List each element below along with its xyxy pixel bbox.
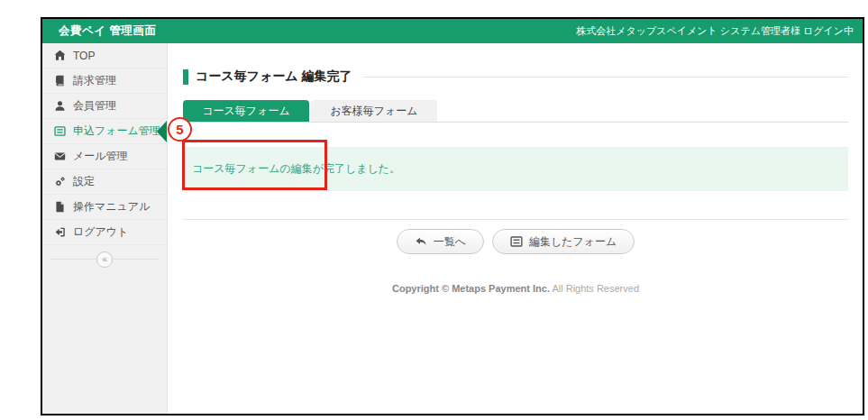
app-window: 会費ペイ 管理画面 株式会社メタップスペイメント システム管理者様 ログイン中 … [41,17,864,415]
login-status: 株式会社メタップスペイメント システム管理者様 ログイン中 [576,24,854,38]
form-icon [53,125,66,138]
tab-course-form[interactable]: コース毎フォーム [183,100,309,122]
sidebar: TOP 請求管理 会員管理 申込フォーム管理 [42,43,168,414]
title-rule [363,77,848,78]
user-icon [53,100,66,113]
app-title: 会費ペイ 管理画面 [59,23,157,39]
book-icon [53,75,66,87]
sidebar-item-application-forms[interactable]: 申込フォーム管理 [42,119,167,144]
sidebar-item-label: 請求管理 [73,73,116,88]
logout-icon [53,226,66,239]
sidebar-item-label: 設定 [73,174,95,189]
top-header: 会費ペイ 管理画面 株式会社メタップスペイメント システム管理者様 ログイン中 [42,19,863,43]
sidebar-item-label: 会員管理 [73,98,116,114]
success-alert-message: コース毎フォームの編集が完了しました。 [192,161,400,177]
footer-copyright-strong: Copyright © Metaps Payment Inc. [392,283,550,294]
tab-customer-form[interactable]: お客様毎フォーム [311,100,437,122]
reply-arrow-icon [415,235,427,248]
footer-copyright-rest: All Rights Reserved [550,283,639,294]
main-content: コース毎フォーム 編集完了 コース毎フォーム お客様毎フォーム コース毎フォーム… [168,43,863,414]
action-buttons: 一覧へ 編集したフォーム [183,229,848,254]
content-divider [183,219,848,220]
sidebar-item-top[interactable]: TOP [42,43,167,68]
envelope-icon [53,151,66,163]
title-accent-bar [183,69,188,85]
edited-form-label: 編集したフォーム [529,234,617,250]
sidebar-item-label: 操作マニュアル [73,199,150,215]
edited-form-button[interactable]: 編集したフォーム [492,229,635,254]
annotation-step-5-badge: 5 [168,117,192,142]
back-to-list-button[interactable]: 一覧へ [397,229,484,254]
sidebar-collapse-button[interactable]: « [96,251,113,268]
sidebar-item-label: メール管理 [73,149,128,164]
sidebar-item-mail[interactable]: メール管理 [42,144,167,169]
back-to-list-label: 一覧へ [434,234,466,250]
tab-bar: コース毎フォーム お客様毎フォーム [183,100,848,123]
footer-copyright: Copyright © Metaps Payment Inc. All Righ… [183,283,848,294]
sidebar-collapse-row: « [42,245,167,274]
sidebar-item-label: 申込フォーム管理 [73,123,160,139]
sidebar-item-billing[interactable]: 請求管理 [42,68,167,94]
sidebar-item-manual[interactable]: 操作マニュアル [42,195,167,220]
gear-icon [53,176,66,188]
form-icon [510,235,523,248]
sidebar-item-logout[interactable]: ログアウト [42,220,167,245]
sidebar-item-settings[interactable]: 設定 [42,169,167,195]
sidebar-item-label: TOP [73,50,95,62]
sidebar-item-label: ログアウト [73,224,128,240]
success-alert: コース毎フォームの編集が完了しました。 [183,147,848,191]
page-title-row: コース毎フォーム 編集完了 [183,68,848,85]
home-icon [53,50,66,62]
page-title: コース毎フォーム 編集完了 [196,68,352,85]
document-icon [53,201,66,214]
sidebar-item-members[interactable]: 会員管理 [42,94,167,119]
